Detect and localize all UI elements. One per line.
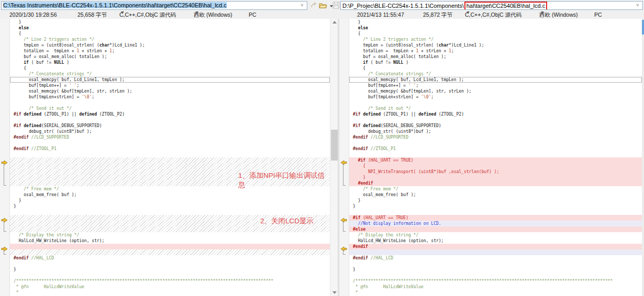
code-line[interactable] xyxy=(10,152,330,157)
code-line[interactable]: /* Free mem */ xyxy=(349,186,642,192)
code-line[interactable]: * xyxy=(349,290,642,295)
code-line[interactable]: debug_str( (uint8*)buf ); xyxy=(10,129,330,134)
code-line[interactable]: buf = osal_mem_alloc( totalLen ); xyxy=(349,54,642,60)
file-path-combobox-left[interactable]: C:\Texas Instruments\BLE-CC254x-1.5.1.1\… xyxy=(1,1,307,10)
code-line[interactable]: } xyxy=(10,19,330,25)
code-line[interactable]: #endif xyxy=(349,180,642,186)
chevron-down-icon[interactable]: ˅ xyxy=(298,2,306,9)
code-line[interactable] xyxy=(10,272,330,278)
code-line[interactable]: #else xyxy=(349,226,642,232)
code-line[interactable] xyxy=(349,249,642,255)
code-line[interactable] xyxy=(349,117,642,123)
missing-lines-placeholder[interactable] xyxy=(10,157,330,163)
code-line[interactable]: /* Send it out */ xyxy=(10,106,330,111)
code-line[interactable] xyxy=(10,117,330,123)
code-line[interactable]: if ( buf != NULL ) xyxy=(349,60,642,65)
code-line[interactable]: { xyxy=(349,65,642,71)
code-line[interactable]: { xyxy=(349,31,642,37)
code-line[interactable]: osal_mem_free( buf ); xyxy=(10,192,330,198)
code-line[interactable]: HalLcd_HW_WriteLine (option, str); xyxy=(349,238,642,244)
code-line[interactable]: tmpLen = (uint8)osal_strlen( (char*)Lcd_… xyxy=(10,42,330,48)
code-line[interactable]: #endif xyxy=(349,244,642,249)
overview-strip[interactable] xyxy=(642,19,644,296)
code-line[interactable]: } xyxy=(10,203,330,209)
swap-sides-icon[interactable] xyxy=(310,2,318,10)
code-line[interactable]: #if (HAL_UART == TRUE) xyxy=(349,157,642,163)
diff-arrow-right-icon[interactable] xyxy=(1,244,8,249)
code-line[interactable]: osal_memcpy( buf, Lcd_Line1, tmpLen ); xyxy=(349,77,642,83)
code-line[interactable]: } xyxy=(349,19,642,25)
code-line[interactable]: } xyxy=(349,267,642,272)
code-line[interactable] xyxy=(349,272,642,278)
save-icon[interactable] xyxy=(332,2,341,10)
code-line[interactable]: osal_memcpy( &buf[tmpLen], str, strLen )… xyxy=(10,88,330,94)
code-pane-left[interactable]: } else { /* Line 2 triggers action */ tm… xyxy=(0,19,330,296)
code-line[interactable]: #endif //HAL_LCD xyxy=(349,255,642,261)
code-line[interactable]: #if defined(SERIAL_DEBUG_SUPPORTED) xyxy=(10,123,330,129)
vertical-scrollbar[interactable] xyxy=(330,19,338,296)
code-line[interactable]: //Not display information on LCD. xyxy=(349,221,642,226)
diff-arrow-right-icon[interactable] xyxy=(1,215,8,221)
code-area-right[interactable]: } else { /* Line 2 triggers action */ tm… xyxy=(349,19,642,296)
code-line[interactable]: /* Display the string */ xyxy=(349,232,642,238)
code-line[interactable] xyxy=(10,140,330,146)
code-line[interactable]: /* Concatenate strings */ xyxy=(10,71,330,77)
code-line[interactable] xyxy=(349,140,642,146)
code-line[interactable] xyxy=(10,244,330,249)
code-line[interactable]: #endif //HAL_LCD xyxy=(10,255,330,261)
code-line[interactable]: tmpLen = (uint8)osal_strlen( (char*)Lcd_… xyxy=(349,42,642,48)
code-line[interactable]: } xyxy=(349,198,642,203)
scroll-up-button[interactable] xyxy=(330,19,338,26)
code-line[interactable] xyxy=(10,100,330,106)
code-line[interactable]: totalLen = tmpLen + 1 + strLen + 1; xyxy=(349,48,642,54)
code-line[interactable]: buf = osal_mem_alloc( totalLen ); xyxy=(10,54,330,60)
code-line[interactable]: } xyxy=(349,175,642,180)
code-line[interactable]: HalLcd_HW_WriteLine (option, str); xyxy=(10,238,330,244)
code-line[interactable]: buf[tmpLen++] = ' '; xyxy=(10,83,330,88)
code-line[interactable]: #if defined (ZTOOL_P1) || defined (ZTOOL… xyxy=(10,111,330,117)
missing-lines-placeholder[interactable] xyxy=(10,163,330,169)
code-line[interactable] xyxy=(10,261,330,267)
code-line[interactable]: buf[tmpLen+strLen] = '\0'; xyxy=(349,94,642,100)
code-line[interactable] xyxy=(349,261,642,267)
chevron-down-icon[interactable]: ˅ xyxy=(634,2,641,9)
code-line[interactable]: #endif //LCD_SUPPORTED xyxy=(10,134,330,140)
code-line[interactable] xyxy=(349,209,642,215)
scroll-down-button[interactable] xyxy=(330,289,338,296)
code-line[interactable]: /* Line 2 triggers action */ xyxy=(349,37,642,42)
code-line[interactable]: /* Send it out */ xyxy=(349,106,642,111)
code-line[interactable]: osal_memcpy( buf, Lcd_Line1, tmpLen ); xyxy=(10,77,330,83)
code-line[interactable]: #if (HAL_UART == TRUE) xyxy=(349,215,642,221)
diff-arrow-left-icon[interactable] xyxy=(340,158,347,163)
code-line[interactable]: /***************************************… xyxy=(10,278,330,284)
code-line[interactable]: { xyxy=(10,65,330,71)
scrollbar-thumb[interactable] xyxy=(331,130,338,161)
code-line[interactable] xyxy=(10,209,330,215)
code-line[interactable]: } xyxy=(349,203,642,209)
code-line[interactable]: else xyxy=(10,25,330,31)
code-line[interactable]: /* Display the string */ xyxy=(10,232,330,238)
code-line[interactable] xyxy=(349,100,642,106)
diff-arrow-right-icon[interactable] xyxy=(1,158,8,163)
missing-lines-placeholder[interactable] xyxy=(10,249,330,255)
missing-lines-placeholder[interactable] xyxy=(10,226,330,232)
code-line[interactable]: } xyxy=(10,198,330,203)
code-line[interactable]: osal_memcpy( &buf[tmpLen], str, strLen )… xyxy=(349,88,642,94)
code-pane-right[interactable]: } else { /* Line 2 triggers action */ tm… xyxy=(339,19,642,296)
code-line[interactable]: NPI_WriteTransport( (uint8*)buf ,osal_st… xyxy=(349,169,642,175)
diff-arrow-left-icon[interactable] xyxy=(340,244,347,249)
code-line[interactable]: #endif //LCD_SUPPORTED xyxy=(349,134,642,140)
code-line[interactable]: buf[tmpLen++] = ' '; xyxy=(349,83,642,88)
code-line[interactable]: * xyxy=(10,290,330,295)
code-line[interactable]: if ( buf != NULL ) xyxy=(10,60,330,65)
code-line[interactable]: /* Concatenate strings */ xyxy=(349,71,642,77)
code-line[interactable]: { xyxy=(10,31,330,37)
open-folder-icon[interactable] xyxy=(319,2,327,10)
code-line[interactable]: osal_mem_free( buf ); xyxy=(349,192,642,198)
code-line[interactable]: #endif //ZTOOL_P1 xyxy=(349,146,642,152)
code-area-left[interactable]: } else { /* Line 2 triggers action */ tm… xyxy=(10,19,330,296)
code-line[interactable]: /***************************************… xyxy=(349,278,642,284)
code-line[interactable]: debug_str( (uint8*)buf ); xyxy=(349,129,642,134)
code-line[interactable]: { xyxy=(349,163,642,169)
code-line[interactable]: * @fn HalLcdWriteValue xyxy=(349,284,642,290)
